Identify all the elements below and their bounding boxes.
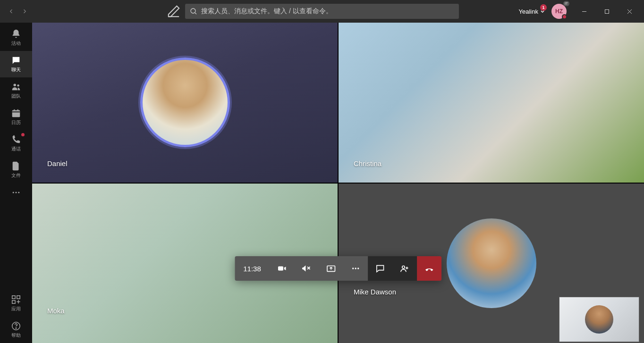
rail-teams[interactable]: 团队 [0, 77, 32, 104]
rail-chat[interactable]: 聊天 [0, 51, 32, 77]
participant-name: Daniel [47, 159, 68, 167]
title-bar: 搜索人员、消息或文件。键入 / 以查看命令。 Yealink 1 HZ IT [0, 0, 644, 23]
participant-avatar [447, 218, 536, 308]
svg-point-2 [14, 84, 17, 87]
rail-more[interactable] [0, 183, 32, 202]
camera-toggle-button[interactable] [270, 256, 294, 281]
participant-tile-christina[interactable]: Christina [339, 23, 644, 183]
participants-button[interactable] [392, 256, 417, 281]
org-dropdown[interactable]: Yealink 1 [519, 8, 545, 15]
apps-icon [11, 294, 21, 305]
avatar-tag: IT [563, 1, 569, 6]
user-avatar[interactable]: HZ IT [551, 4, 567, 19]
share-icon [326, 263, 336, 274]
rail-label: 团队 [11, 93, 21, 100]
rail-activity[interactable]: 活动 [0, 25, 32, 51]
svg-rect-9 [17, 296, 20, 299]
mic-toggle-button[interactable] [294, 256, 319, 281]
app-rail: 活动 聊天 团队 日历 通话 文件 应用 [0, 23, 32, 343]
svg-point-18 [402, 266, 405, 269]
video-grid: Daniel Christina Moka Mike Dawson [32, 23, 644, 343]
svg-point-3 [17, 84, 19, 86]
camera-icon [277, 263, 287, 274]
rail-label: 日历 [11, 119, 21, 126]
svg-point-7 [18, 192, 19, 193]
participant-name: Christina [354, 159, 381, 167]
rail-label: 活动 [11, 40, 21, 47]
svg-rect-1 [605, 9, 609, 13]
svg-point-17 [357, 268, 359, 269]
chat-icon [11, 55, 21, 66]
more-actions-button[interactable] [343, 256, 368, 281]
search-placeholder: 搜索人员、消息或文件。键入 / 以查看命令。 [201, 7, 332, 16]
close-button[interactable] [619, 4, 640, 19]
rail-help[interactable]: 帮助 [0, 317, 32, 343]
more-icon [11, 188, 21, 197]
compose-button[interactable] [166, 4, 181, 19]
svg-point-15 [352, 268, 354, 269]
calendar-icon [11, 108, 21, 118]
org-name: Yealink [519, 8, 538, 15]
rail-label: 文件 [11, 172, 21, 179]
help-icon [11, 321, 21, 331]
participant-tile-daniel[interactable]: Daniel [32, 23, 338, 183]
participant-name: Moka [47, 307, 65, 315]
file-icon [11, 161, 21, 171]
people-icon [399, 263, 410, 274]
mic-muted-icon [301, 263, 312, 274]
chat-icon [375, 263, 385, 274]
more-icon [350, 263, 361, 274]
nav-forward-button[interactable] [19, 6, 30, 17]
share-screen-button[interactable] [319, 256, 343, 281]
rail-label: 通话 [11, 146, 21, 152]
svg-point-12 [16, 328, 16, 328]
hangup-button[interactable] [417, 256, 441, 281]
svg-point-16 [355, 268, 356, 269]
rail-apps[interactable]: 应用 [0, 290, 32, 317]
rail-label: 帮助 [11, 332, 21, 339]
svg-rect-13 [278, 266, 283, 270]
chat-panel-button[interactable] [368, 256, 392, 281]
org-notification-badge: 1 [540, 4, 547, 11]
svg-point-6 [16, 192, 17, 193]
video-grid-area: Daniel Christina Moka Mike Dawson 11:38 [32, 23, 644, 343]
window-controls [573, 4, 640, 19]
search-input[interactable]: 搜索人员、消息或文件。键入 / 以查看命令。 [185, 4, 459, 19]
nav-arrows [6, 6, 30, 17]
phone-icon [11, 134, 21, 145]
app-body: 活动 聊天 团队 日历 通话 文件 应用 [0, 23, 644, 343]
rail-label: 聊天 [11, 67, 21, 73]
svg-rect-8 [12, 296, 15, 299]
call-duration: 11:38 [235, 265, 270, 273]
svg-rect-10 [12, 301, 15, 303]
self-view-pip[interactable] [559, 297, 639, 342]
bell-icon [11, 29, 21, 39]
rail-label: 应用 [11, 306, 21, 312]
rail-calls[interactable]: 通话 [0, 130, 32, 157]
self-video [585, 305, 613, 334]
svg-rect-4 [12, 110, 20, 117]
presence-indicator [562, 14, 567, 19]
maximize-button[interactable] [596, 4, 618, 19]
search-icon [190, 8, 197, 15]
participant-name: Mike Dawson [354, 288, 396, 296]
teams-icon [11, 82, 21, 92]
hangup-icon [424, 263, 434, 274]
rail-files[interactable]: 文件 [0, 157, 32, 183]
svg-point-0 [191, 8, 195, 13]
call-control-bar: 11:38 [235, 256, 441, 281]
nav-back-button[interactable] [6, 6, 17, 17]
participant-avatar [140, 58, 230, 147]
svg-point-5 [13, 192, 14, 193]
minimize-button[interactable] [573, 4, 595, 19]
notification-dot [21, 133, 25, 136]
rail-calendar[interactable]: 日历 [0, 104, 32, 130]
